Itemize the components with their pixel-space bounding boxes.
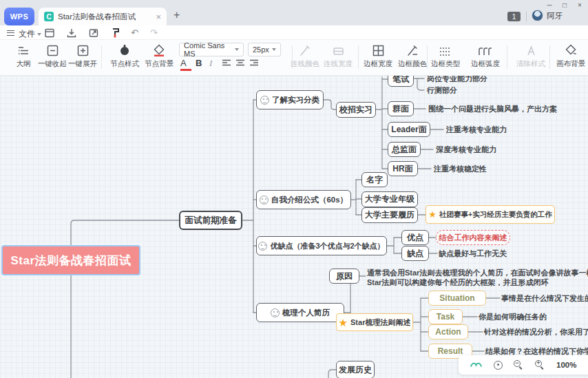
border-radius-button[interactable]: 边框弧度 bbox=[470, 43, 501, 69]
node-situation[interactable]: Situation bbox=[428, 291, 486, 306]
toolbar-divider bbox=[549, 45, 550, 69]
node-major-grade[interactable]: 大学专业年级 bbox=[361, 191, 418, 207]
expand-all-button[interactable]: 一键展开 bbox=[67, 43, 98, 69]
collapse-all-icon bbox=[47, 43, 59, 56]
bold-button[interactable]: B bbox=[196, 58, 202, 68]
font-color-swatch bbox=[180, 69, 191, 71]
node-task[interactable]: Task bbox=[428, 309, 463, 324]
node-sort-resume[interactable]: 梳理个人简历 bbox=[256, 303, 344, 322]
italic-button[interactable]: I bbox=[209, 58, 212, 69]
bird-icon[interactable] bbox=[470, 361, 483, 370]
border-width-icon bbox=[372, 43, 384, 56]
emoji-icon bbox=[258, 242, 267, 251]
clear-style-icon bbox=[525, 43, 537, 56]
zoom-out-icon[interactable]: − bbox=[514, 360, 524, 370]
user-avatar[interactable] bbox=[532, 10, 543, 21]
node-pros-note[interactable]: 结合工作内容来阐述 bbox=[436, 230, 510, 245]
node-intern-category[interactable]: 了解实习分类 bbox=[256, 90, 324, 109]
note-hr[interactable]: 注重考核稳定性 bbox=[434, 165, 487, 174]
border-color-button[interactable]: 边框颜色 bbox=[397, 43, 428, 69]
download-button[interactable] bbox=[66, 28, 77, 39]
toolbar-divider bbox=[101, 45, 102, 69]
note-written-1[interactable]: 岗位专业能力部分 bbox=[427, 76, 487, 83]
node-history[interactable]: 发展历史 bbox=[336, 361, 375, 378]
line-color-button: 连线颜色 bbox=[289, 43, 321, 69]
node-resume-highlight[interactable]: ★社团赛事+实习经历主要负责的工作 bbox=[426, 205, 555, 224]
export-button[interactable] bbox=[88, 28, 99, 39]
note-director[interactable]: 深度考核专业能力 bbox=[436, 145, 496, 154]
note-written-2[interactable]: 行测部分 bbox=[427, 86, 457, 95]
maximize-button[interactable]: □ bbox=[560, 1, 569, 9]
node-hr-interview[interactable]: HR面 bbox=[388, 161, 418, 176]
font-family-select[interactable]: Comic Sans MS bbox=[179, 43, 244, 56]
align-center-button[interactable] bbox=[235, 59, 245, 70]
canvas-background-button[interactable]: 画布背景 bbox=[555, 43, 587, 69]
border-type-icon bbox=[439, 43, 452, 56]
font-color-button[interactable]: A bbox=[180, 58, 191, 71]
locate-center-icon[interactable] bbox=[494, 361, 503, 370]
note-group[interactable]: 围绕一个问题进行头脑风暴，产出方案 bbox=[428, 105, 557, 114]
notification-badge[interactable]: 1 bbox=[507, 12, 521, 21]
node-self-intro[interactable]: 自我介绍公式（60s） bbox=[256, 190, 351, 209]
note-situation[interactable]: 事情是在什么情况下发生的 bbox=[501, 294, 588, 303]
note-reason-line1[interactable]: 通常我会用Star法则去梳理我的个人简历，在面试时会像讲故事一样把我 bbox=[367, 269, 588, 277]
align-left-button[interactable] bbox=[222, 59, 231, 70]
node-director-interview[interactable]: 总监面 bbox=[388, 142, 421, 157]
new-tab-button[interactable]: + bbox=[174, 9, 180, 21]
titlebar-divider bbox=[526, 12, 527, 21]
note-reason-line2[interactable]: Star法则可以构建你每个经历的大框架，并且形成闭环 bbox=[367, 278, 548, 287]
zoom-statusbar: − + 100% bbox=[459, 355, 588, 375]
note-task[interactable]: 你是如何明确任务的 bbox=[479, 313, 547, 322]
border-type-button[interactable]: 边框类型 bbox=[430, 43, 461, 69]
file-menu[interactable]: 文件 bbox=[19, 28, 41, 40]
node-background-icon bbox=[153, 43, 165, 56]
document-tab[interactable]: C Star法则备战春招面试 × bbox=[39, 8, 167, 25]
node-background-button[interactable]: 节点背景 bbox=[142, 43, 176, 69]
emoji-icon bbox=[260, 96, 269, 105]
outline-icon bbox=[17, 43, 30, 56]
toolbar-divider bbox=[358, 45, 359, 69]
node-leader-interview[interactable]: Leader面 bbox=[388, 122, 430, 137]
undo-button[interactable]: ↶ bbox=[131, 28, 138, 38]
align-right-button[interactable] bbox=[249, 59, 259, 70]
font-size-select[interactable]: 25px bbox=[248, 43, 281, 56]
node-reason[interactable]: 原因 bbox=[329, 269, 359, 284]
node-resume[interactable]: 大学主要履历 bbox=[361, 207, 418, 223]
node-star-method[interactable]: ★Star梳理法则阐述 bbox=[336, 313, 413, 331]
note-action[interactable]: 针对这样的情况分析，你采用了什么行 bbox=[484, 328, 588, 337]
note-leader[interactable]: 注重考核专业能力 bbox=[446, 125, 507, 134]
format-painter-icon[interactable] bbox=[110, 28, 121, 39]
node-cons[interactable]: 缺点 bbox=[401, 246, 429, 261]
close-button[interactable]: × bbox=[576, 1, 584, 9]
toolbar: 大纲 一键收起 一键展开 节点样式 节点背景 Comic Sans MS 25p… bbox=[0, 40, 588, 76]
node-pros-cons[interactable]: 优缺点（准备3个优点与2个缺点） bbox=[256, 236, 387, 255]
zoom-level-label[interactable]: 100% bbox=[556, 361, 576, 369]
collapse-all-button[interactable]: 一键收起 bbox=[37, 43, 67, 69]
emoji-icon bbox=[260, 196, 269, 204]
zoom-in-icon[interactable]: + bbox=[535, 360, 545, 370]
save-button[interactable] bbox=[44, 28, 55, 39]
note-cons[interactable]: 缺点最好与工作无关 bbox=[439, 249, 507, 258]
node-style-button[interactable]: 节点样式 bbox=[107, 43, 142, 69]
mindmap-canvas[interactable]: Star法则备战春招面试 面试前期准备 了解实习分类 校招实习 笔试 岗位专业能… bbox=[0, 76, 588, 378]
node-name[interactable]: 名字 bbox=[361, 172, 388, 187]
emoji-icon bbox=[271, 308, 280, 317]
node-root[interactable]: Star法则备战春招面试 bbox=[1, 245, 140, 275]
chevron-down-icon bbox=[37, 33, 41, 36]
border-width-button[interactable]: 边框宽度 bbox=[362, 43, 394, 69]
node-written-test[interactable]: 笔试 bbox=[388, 76, 414, 87]
line-width-button: 连线宽度 bbox=[322, 43, 354, 69]
redo-button[interactable]: ↷ bbox=[150, 28, 158, 38]
wps-home-button[interactable]: WPS bbox=[4, 8, 34, 25]
minimize-button[interactable]: ─ bbox=[545, 1, 554, 9]
chevron-down-icon bbox=[235, 48, 239, 51]
node-prep[interactable]: 面试前期准备 bbox=[179, 211, 242, 230]
clear-style-button: 清除样式 bbox=[515, 43, 547, 69]
outline-button[interactable]: 大纲 bbox=[10, 43, 37, 69]
node-campus-intern[interactable]: 校招实习 bbox=[336, 102, 376, 118]
node-action[interactable]: Action bbox=[428, 324, 468, 339]
tab-close-icon[interactable]: × bbox=[156, 12, 161, 21]
node-pros[interactable]: 优点 bbox=[401, 230, 429, 245]
node-group-interview[interactable]: 群面 bbox=[388, 101, 414, 116]
star-icon: ★ bbox=[428, 210, 437, 219]
